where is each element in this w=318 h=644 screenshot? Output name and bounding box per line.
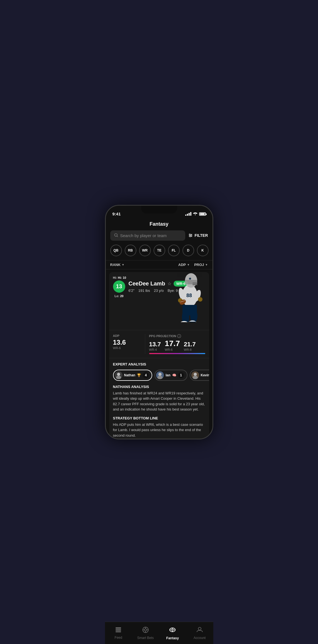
strategy-title: STRATEGY BOTTOM LINE (113, 416, 205, 420)
expert-avatar-kevin (191, 371, 199, 379)
pos-btn-d[interactable]: D (182, 245, 194, 256)
nathans-analysis-title: NATHANS ANALYSIS (113, 385, 205, 389)
sort-row: RANK ▼ ADP ▼ PROJ ▼ (106, 260, 212, 269)
expert-chip-nathan[interactable]: Nathan 🏆 4 (113, 370, 152, 381)
position-filters: QB RB WR TE FL D K (106, 245, 212, 256)
svg-point-34 (157, 376, 162, 379)
svg-point-24 (190, 309, 197, 322)
svg-point-32 (116, 376, 121, 379)
adp-label: ADP (113, 334, 141, 337)
expert-score-nathan: 4 (143, 372, 149, 378)
ppg-range-bar (149, 353, 205, 354)
player1-adp-section: ADP 13.6 WR-6 (113, 334, 145, 354)
player1-ppg-section: PPG PROJECTION i 13.7 WR-4 17.7 (145, 334, 205, 354)
page-title: Fantasy (106, 219, 212, 230)
status-icons (185, 212, 206, 216)
svg-text:★: ★ (188, 276, 192, 281)
adp-rank: WR-6 (113, 346, 141, 350)
expert-brain-icon: 🧠 (172, 373, 176, 377)
strategy-text: His ADP puts him at WR6, which is a best… (113, 422, 205, 438)
wifi-icon (193, 212, 197, 216)
expert-avatar-ian (156, 371, 164, 379)
search-icon (114, 233, 118, 238)
svg-rect-12 (192, 283, 197, 284)
rank-sort-arrow: ▼ (122, 263, 124, 266)
player1-image: ★ 88 (167, 272, 209, 322)
player1-lo-label: Lo: 20 (114, 294, 123, 298)
phone-screen[interactable]: 9:41 (106, 206, 212, 439)
expert-score-ian: 1 (178, 372, 184, 378)
ppg-values: 13.7 WR-4 17.7 WR-6 21.7 WR-8 (149, 339, 205, 351)
pos-btn-wr[interactable]: WR (139, 245, 151, 256)
svg-point-31 (117, 372, 120, 376)
sort-proj[interactable]: PROJ ▼ (194, 263, 208, 267)
player1-height: 6'2" (129, 289, 135, 293)
pos-btn-k[interactable]: K (197, 245, 209, 256)
search-row: Search by player or team FILTER (106, 230, 212, 241)
expert-chip-ian[interactable]: Ian 🧠 1 (154, 370, 187, 381)
player1-stats-section: ADP 13.6 WR-6 PPG PROJECTION i (109, 330, 209, 358)
expert-chip-kevin[interactable]: Kevin 📊 3 (190, 370, 209, 381)
svg-rect-28 (189, 322, 196, 322)
expert-section: EXPERT ANALYSIS Nathan 🏆 4 (109, 358, 209, 385)
svg-point-6 (189, 234, 190, 235)
svg-text:i: i (179, 335, 180, 337)
ppg-mid: 17.7 WR-6 (165, 339, 180, 351)
pos-btn-te[interactable]: TE (154, 245, 165, 256)
expert-avatar-nathan (115, 371, 122, 379)
sort-adp[interactable]: ADP ▼ (178, 263, 190, 267)
filter-label: FILTER (195, 233, 208, 238)
pos-btn-qb[interactable]: QB (110, 245, 122, 256)
player1-name: CeeDee Lamb (129, 280, 165, 287)
analysis-section: NATHANS ANALYSIS Lamb has finished at WR… (109, 385, 209, 439)
svg-point-35 (194, 372, 197, 376)
expert-title: EXPERT ANALYSIS (113, 362, 205, 366)
svg-point-33 (159, 372, 162, 376)
ppg-label: PPG PROJECTION i (149, 334, 205, 338)
player1-rank-bubble: 13 (113, 280, 125, 293)
expert-avatars[interactable]: Nathan 🏆 4 Ian 🧠 (113, 370, 205, 381)
phone-frame: 9:41 (105, 205, 213, 439)
filter-button[interactable]: FILTER (188, 233, 208, 238)
pos-btn-fl[interactable]: FL (168, 245, 180, 256)
search-placeholder: Search by player or team (120, 233, 167, 238)
proj-sort-arrow: ▼ (205, 263, 208, 266)
svg-point-19 (198, 297, 202, 302)
adp-sort-arrow: ▼ (187, 263, 190, 266)
expert-trophy-icon: 🏆 (137, 373, 141, 377)
svg-point-8 (189, 236, 191, 237)
svg-line-2 (117, 236, 118, 237)
player1-weight: 191 lbs (138, 289, 150, 293)
adp-value: 13.6 (113, 339, 141, 346)
svg-point-1 (114, 233, 117, 236)
notch (141, 206, 177, 213)
expert-name-kevin: Kevin (201, 373, 209, 377)
svg-rect-13 (192, 284, 197, 285)
player-card-ceedee[interactable]: Hi: Hi: 10 13 Lo: 20 CeeDee Lamb (109, 272, 209, 439)
battery-icon (199, 212, 206, 216)
svg-text:88: 88 (186, 293, 192, 298)
player1-age: 23 y/o (154, 289, 164, 293)
svg-point-36 (192, 376, 197, 379)
nathans-analysis-text: Lamb has finished at WR24 and WR19 respe… (113, 391, 205, 412)
svg-point-7 (191, 235, 192, 236)
pos-btn-rb[interactable]: RB (125, 245, 136, 256)
ppg-low: 13.7 WR-4 (149, 341, 161, 351)
svg-point-0 (195, 215, 196, 215)
signal-icon (185, 212, 191, 216)
player-card-inner: Hi: Hi: 10 13 Lo: 20 CeeDee Lamb (109, 272, 209, 328)
status-time: 9:41 (112, 212, 121, 216)
expert-name-nathan: Nathan (124, 373, 136, 377)
search-input-wrap[interactable]: Search by player or team (110, 230, 185, 241)
sort-rank[interactable]: RANK ▼ (110, 263, 124, 267)
expert-name-ian: Ian (166, 373, 170, 377)
ppg-high: 21.7 WR-8 (184, 341, 196, 351)
